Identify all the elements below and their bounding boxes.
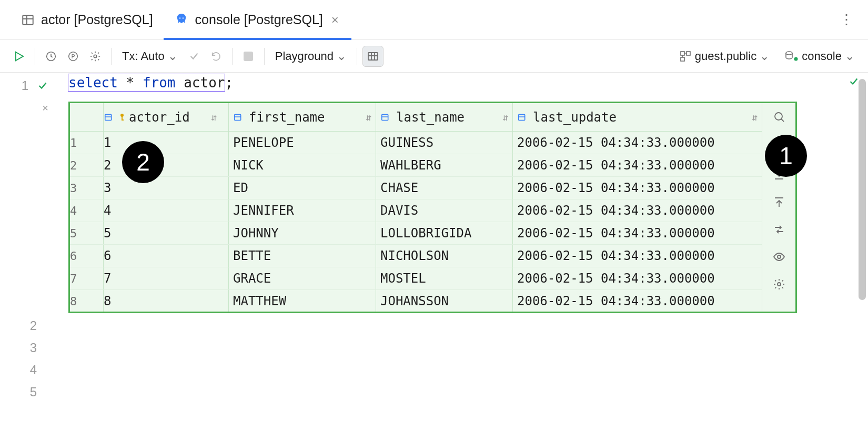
tab-label: actor [PostgreSQL] [41, 12, 153, 27]
table-icon [21, 13, 35, 27]
inspections-widget[interactable] [848, 76, 860, 87]
schema-icon [679, 50, 692, 63]
check-icon [37, 80, 48, 92]
commit-button[interactable] [184, 46, 205, 67]
scrollbar[interactable] [859, 79, 866, 300]
table-header: actor_id ⇵ first_name ⇵ last_name ⇵ [70, 103, 762, 132]
cell-last-name[interactable]: JOHANSSON [376, 290, 513, 312]
table-row[interactable]: 66BETTENICHOLSON2006-02-15 04:34:33.0000… [70, 245, 762, 267]
svg-rect-8 [681, 52, 684, 55]
row-number: 2 [70, 154, 104, 176]
cell-actor-id[interactable]: 5 [104, 222, 229, 244]
cell-last-name[interactable]: GUINESS [376, 132, 513, 154]
cell-first-name[interactable]: JENNIFER [229, 199, 376, 222]
upload-icon[interactable] [773, 196, 785, 208]
row-number: 1 [70, 132, 104, 154]
cell-last-update[interactable]: 2006-02-15 04:34:33.000000 [513, 271, 762, 286]
svg-rect-9 [687, 52, 690, 55]
sort-icon[interactable]: ⇵ [366, 112, 376, 123]
cell-last-update[interactable]: 2006-02-15 04:34:33.000000 [513, 248, 762, 263]
svg-rect-7 [368, 53, 378, 60]
table-row[interactable]: 55JOHNNYLOLLOBRIGIDA2006-02-15 04:34:33.… [70, 222, 762, 245]
column-header-last-name[interactable]: last_name ⇵ [376, 103, 513, 131]
chevron-down-icon: ⌄ [845, 49, 854, 63]
table-row[interactable]: 88MATTHEWJOHANSSON2006-02-15 04:34:33.00… [70, 290, 762, 312]
svg-rect-0 [23, 15, 33, 24]
datasource-icon [785, 51, 799, 62]
run-button[interactable] [8, 46, 29, 67]
column-header-actor-id[interactable]: actor_id ⇵ [104, 103, 229, 131]
svg-point-6 [94, 55, 97, 58]
tab-actor[interactable]: actor [PostgreSQL] [11, 0, 164, 39]
cell-last-name[interactable]: CHASE [376, 177, 513, 199]
cell-last-update[interactable]: 2006-02-15 04:34:33.000000 [513, 226, 762, 241]
cell-last-update[interactable]: 2006-02-15 04:34:33.000000 [513, 135, 762, 150]
cell-last-update[interactable]: 2006-02-15 04:34:33.000000 [513, 181, 762, 195]
separator [111, 48, 112, 65]
cell-last-update[interactable]: 2006-02-15 04:34:33.000000 [513, 294, 762, 308]
history-button[interactable] [41, 46, 62, 67]
sort-icon[interactable]: ⇵ [502, 112, 512, 123]
session-selector[interactable]: console ⌄ [780, 46, 860, 67]
cell-first-name[interactable]: NICK [229, 154, 376, 176]
svg-rect-19 [519, 114, 525, 120]
tab-overflow-menu[interactable]: ⋮ [835, 7, 857, 32]
cell-first-name[interactable]: GRACE [229, 267, 376, 289]
row-number: 4 [70, 199, 104, 222]
gear-icon[interactable] [773, 278, 785, 291]
cell-last-name[interactable]: WAHLBERG [376, 154, 513, 176]
explain-plan-button[interactable]: P [63, 46, 84, 67]
rollback-button[interactable] [206, 46, 227, 67]
cell-last-update[interactable]: 2006-02-15 04:34:33.000000 [513, 203, 762, 218]
cell-first-name[interactable]: MATTHEW [229, 290, 376, 312]
table-row[interactable]: 11PENELOPEGUINESS2006-02-15 04:34:33.000… [70, 132, 762, 154]
cell-actor-id[interactable]: 1 [104, 132, 229, 154]
cell-first-name[interactable]: JOHNNY [229, 222, 376, 244]
cell-actor-id[interactable]: 6 [104, 245, 229, 267]
cell-actor-id[interactable]: 4 [104, 199, 229, 222]
column-header-last-update[interactable]: last_update ⇵ [513, 110, 762, 125]
playground-dropdown[interactable]: Playground ⌄ [270, 46, 351, 67]
table-row[interactable]: 44JENNIFERDAVIS2006-02-15 04:34:33.00000… [70, 199, 762, 222]
svg-rect-10 [681, 57, 684, 61]
callout-2: 2 [122, 141, 164, 183]
close-icon[interactable]: × [329, 13, 341, 27]
table-row[interactable]: 33EDCHASE2006-02-15 04:34:33.000000 [70, 177, 762, 199]
chevron-down-icon: ⌄ [168, 49, 177, 63]
separator [232, 48, 233, 65]
table-row[interactable]: 22NICKWAHLBERG2006-02-15 04:34:33.000000 [70, 154, 762, 177]
sql-code[interactable]: select * from actor; [68, 74, 233, 91]
svg-point-20 [775, 113, 782, 120]
rownum-header [70, 103, 104, 131]
result-table[interactable]: actor_id ⇵ first_name ⇵ last_name ⇵ [70, 103, 762, 312]
tab-console[interactable]: console [PostgreSQL] × [164, 0, 351, 39]
stop-button[interactable] [238, 46, 259, 67]
cell-actor-id[interactable]: 8 [104, 290, 229, 312]
compare-icon[interactable] [773, 223, 785, 236]
cell-last-name[interactable]: MOSTEL [376, 267, 513, 289]
search-icon[interactable] [773, 111, 785, 123]
schema-selector[interactable]: guest.public ⌄ [674, 46, 774, 67]
sort-icon[interactable]: ⇵ [211, 112, 221, 123]
close-result-icon[interactable]: × [42, 102, 48, 114]
tab-label: console [PostgreSQL] [195, 12, 323, 27]
row-number: 7 [70, 267, 104, 289]
eye-icon[interactable] [772, 251, 786, 263]
cell-actor-id[interactable]: 3 [104, 177, 229, 199]
in-editor-results-toggle[interactable] [362, 46, 383, 67]
cell-last-update[interactable]: 2006-02-15 04:34:33.000000 [513, 158, 762, 173]
table-row[interactable]: 77GRACEMOSTEL2006-02-15 04:34:33.000000 [70, 267, 762, 290]
cell-first-name[interactable]: PENELOPE [229, 132, 376, 154]
column-header-first-name[interactable]: first_name ⇵ [229, 103, 376, 131]
cell-last-name[interactable]: DAVIS [376, 199, 513, 222]
tx-mode-dropdown[interactable]: Tx: Auto ⌄ [117, 46, 183, 67]
cell-first-name[interactable]: ED [229, 177, 376, 199]
svg-point-1 [179, 17, 180, 18]
cell-first-name[interactable]: BETTE [229, 245, 376, 267]
tx-label: Tx: Auto [122, 49, 165, 63]
cell-actor-id[interactable]: 7 [104, 267, 229, 289]
cell-last-name[interactable]: NICHOLSON [376, 245, 513, 267]
sort-icon[interactable]: ⇵ [752, 112, 762, 123]
cell-last-name[interactable]: LOLLOBRIGIDA [376, 222, 513, 244]
settings-button[interactable] [85, 46, 106, 67]
